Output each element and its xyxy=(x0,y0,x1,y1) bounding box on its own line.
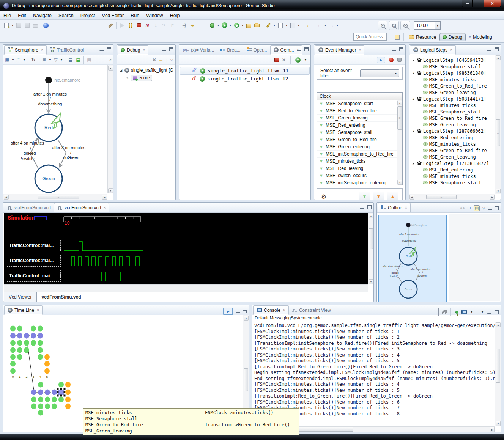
minimize-view-icon[interactable] xyxy=(487,48,491,51)
timeline-step-dot[interactable] xyxy=(38,354,43,360)
timeline-step-dot[interactable] xyxy=(10,368,16,374)
timeline-step-dot[interactable] xyxy=(17,354,22,360)
tab-vcd-2[interactable]: vcdFromSimu.vcd× xyxy=(54,203,109,212)
resume-icon[interactable] xyxy=(118,21,126,30)
menu-project[interactable]: Project xyxy=(77,12,99,19)
menu-help[interactable]: Help xyxy=(167,12,183,19)
new-file-dropdown[interactable]: ▼ xyxy=(285,21,288,30)
close-icon[interactable]: × xyxy=(104,206,106,210)
stop-engine-icon[interactable] xyxy=(274,58,279,62)
display-console-icon[interactable] xyxy=(461,310,467,314)
transition3-guard[interactable]: after 3 on minutes xyxy=(52,145,86,150)
state-green-label[interactable]: Green xyxy=(42,176,55,181)
debug-launch-icon[interactable] xyxy=(208,21,216,30)
timeline-step-dot[interactable] xyxy=(24,333,29,339)
state-red-label[interactable]: Red xyxy=(44,125,53,130)
search-dropdown[interactable]: ▼ xyxy=(272,21,276,30)
close-icon[interactable]: × xyxy=(143,48,145,52)
open-project-icon[interactable] xyxy=(253,21,261,30)
print-icon[interactable] xyxy=(31,21,39,30)
timeline-selected-step[interactable] xyxy=(58,390,64,395)
collapse-toolbar-icon[interactable]: ◁ xyxy=(109,58,112,62)
transition1-action[interactable]: dosomething xyxy=(38,102,62,106)
close-icon[interactable]: × xyxy=(37,308,39,312)
terminate-icon[interactable] xyxy=(135,21,143,30)
timeline-step-dot[interactable] xyxy=(38,382,43,388)
close-icon[interactable]: × xyxy=(283,308,285,312)
mse-event-row[interactable]: MSE_Green_leaving xyxy=(409,89,495,96)
logical-step-row[interactable]: ◢LogicalStep [986361840] xyxy=(409,70,495,76)
step-into-icon[interactable]: ⤵ xyxy=(151,21,160,30)
maximize-view-icon[interactable] xyxy=(367,205,372,209)
open-console-dropdown[interactable]: ▼ xyxy=(480,308,484,316)
debug-tree-root[interactable]: ◢ M single_traffic_light [G xyxy=(117,66,175,74)
mse-event-row[interactable]: MSE_minutes_ticks xyxy=(409,76,495,83)
menu-edit[interactable]: Edit xyxy=(14,12,30,19)
timeline-step-dot[interactable] xyxy=(17,333,22,339)
new-modeling-project-icon[interactable] xyxy=(244,21,253,30)
scroll-up-icon[interactable]: ▲ xyxy=(397,101,402,105)
gear-icon[interactable]: ⚙ xyxy=(321,193,326,200)
logical-steps-vscrollbar[interactable]: ▲ ≡ ▼ xyxy=(495,55,501,194)
scrollbar-thumb[interactable]: ≡ xyxy=(369,228,373,249)
logical-steps-hscrollbar[interactable]: ◀ ▶ ≡ xyxy=(409,194,495,200)
transition2-guard[interactable]: after 4 on minutes xyxy=(11,141,44,145)
timeline-step-dot[interactable] xyxy=(31,404,36,409)
scroll-up-icon[interactable]: ▲ xyxy=(108,66,113,71)
clear-console-icon[interactable] xyxy=(438,309,439,316)
minimize-view-icon[interactable] xyxy=(236,310,240,313)
clock-scrollbar[interactable]: ▲ ≡ ▼ xyxy=(397,100,402,185)
play-timeline-icon[interactable]: ▶ xyxy=(223,308,233,315)
scrollbar-thumb[interactable]: ≡ xyxy=(426,195,457,199)
clock-row[interactable]: ▼MSE_Semaphore_stall xyxy=(317,129,402,136)
timeline-step-dot[interactable] xyxy=(38,410,43,416)
record-icon[interactable] xyxy=(389,58,394,62)
close-icon[interactable]: × xyxy=(41,48,43,52)
expander-icon[interactable]: ◢ xyxy=(411,162,415,165)
timeline-step-dot[interactable] xyxy=(17,347,22,353)
timeline-step-dot[interactable] xyxy=(45,404,50,409)
minimize-view-icon[interactable] xyxy=(392,48,396,51)
display-console-dropdown[interactable]: ▼ xyxy=(470,308,474,316)
new-wizard-icon[interactable]: + xyxy=(2,21,11,30)
close-window-button[interactable]: × xyxy=(484,0,501,7)
page-tab-vcd-file[interactable]: vcdFromSimu.vcd xyxy=(36,292,86,302)
transition3-action[interactable]: doGreen xyxy=(63,155,79,160)
filters-icon[interactable]: ▽ xyxy=(52,57,60,63)
open-console-icon[interactable] xyxy=(477,309,477,316)
annotations-icon[interactable] xyxy=(288,21,297,30)
scroll-right-icon[interactable]: ▶ xyxy=(490,195,495,200)
debug-tree-child[interactable]: ▷ ecore xyxy=(117,74,175,82)
logical-step-row[interactable]: ◢LogicalStep [1713815872] xyxy=(409,160,495,167)
mse-event-row[interactable]: MSE_Semaphore_stall xyxy=(409,179,495,186)
expander-icon[interactable]: ◢ xyxy=(411,97,415,101)
step-back-orange-button[interactable]: ▲ xyxy=(387,192,398,200)
view-menu-icon[interactable]: ▽ xyxy=(482,206,485,210)
timeline-step-dot[interactable] xyxy=(17,326,22,332)
search-flashlight-icon[interactable] xyxy=(264,21,272,30)
logical-step-row[interactable]: ◢LogicalStep [646594173] xyxy=(409,57,495,63)
signal-label[interactable]: TrafficControl::mai... xyxy=(7,255,61,267)
mse-event-row[interactable]: MSE_Green_leaving xyxy=(409,154,495,160)
step-forward-orange-button[interactable]: ▼ xyxy=(373,192,384,200)
timeline-step-dot[interactable] xyxy=(10,361,16,367)
timeline-step-dot[interactable] xyxy=(17,340,22,346)
timeline-step-dot[interactable] xyxy=(52,404,57,409)
clock-row[interactable]: ▼MSE_Green_entering xyxy=(317,143,402,151)
timeline-step-dot[interactable] xyxy=(65,404,71,409)
signal-waveform[interactable] xyxy=(64,242,143,251)
zoom-level-dropdown[interactable]: ▼ xyxy=(435,22,440,29)
timeline-step-dot[interactable] xyxy=(65,390,71,395)
mse-event-row[interactable]: MSE_Green_to_Red_fire xyxy=(409,147,495,154)
menu-file[interactable]: File xyxy=(0,12,14,19)
step-over-icon[interactable]: ↷ xyxy=(160,21,168,30)
logical-step-row[interactable]: ◢LogicalStep [508144171] xyxy=(409,96,495,102)
perspective-resource-button[interactable]: Resource xyxy=(406,33,439,41)
perspective-debug-button[interactable]: Debug xyxy=(439,33,466,41)
scroll-up-icon[interactable]: ▲ xyxy=(369,214,373,218)
timeline-step-dot[interactable] xyxy=(38,404,43,409)
signal-label[interactable]: TrafficControl::mai... xyxy=(7,270,61,282)
tab-operations[interactable]: Oper... xyxy=(244,45,270,55)
clock-row[interactable]: ▼MSE_minutes_ticks xyxy=(317,158,402,165)
engine-row[interactable]: ⚙⚙▼single_traffic_light.tfsm12 xyxy=(180,75,310,83)
